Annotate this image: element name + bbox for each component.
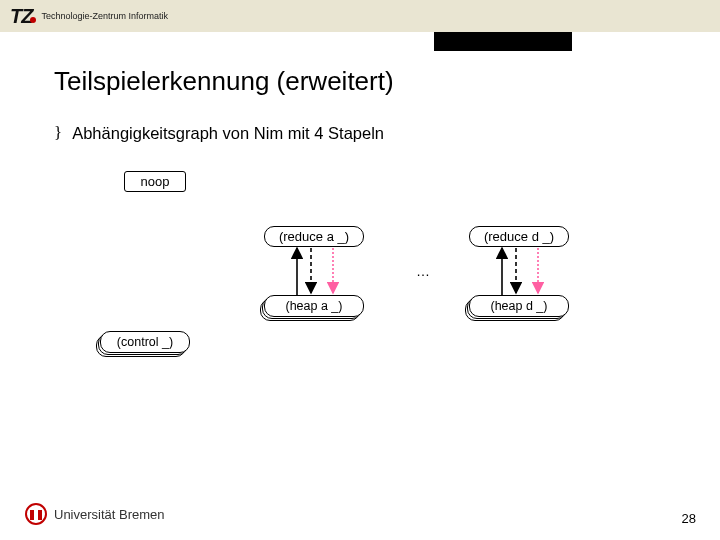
node-reduce-a: (reduce a _) [264,226,364,247]
top-bar: TZ Technologie-Zentrum Informatik [0,0,720,32]
uni-bremen-mark-icon [24,502,48,526]
node-heap-a: (heap a _) [264,295,364,317]
uni-bremen-text: Universität Bremen [54,507,165,522]
arrows-layer [94,171,654,411]
node-control-stack: (control _) [100,331,190,353]
tzi-logo: TZ Technologie-Zentrum Informatik [10,5,168,28]
node-reduce-d: (reduce d _) [469,226,569,247]
tzi-mark-text: TZ [10,5,32,27]
tzi-dot-icon [30,17,36,23]
bullet-icon: } [54,123,62,143]
tzi-subtitle: Technologie-Zentrum Informatik [41,11,168,21]
slide-title: Teilspielerkennung (erweitert) [54,66,682,97]
node-heap-d: (heap d _) [469,295,569,317]
node-heap-a-stack: (heap a _) [264,295,364,317]
bullet-line: } Abhängigkeitsgraph von Nim mit 4 Stape… [54,123,682,143]
svg-point-6 [26,504,46,524]
tzi-mark: TZ [10,5,36,28]
node-noop-label: noop [141,174,170,189]
node-reduce-d-label: (reduce d _) [484,229,554,244]
ellipsis: … [416,263,430,279]
node-heap-d-stack: (heap d _) [469,295,569,317]
page-number: 28 [682,511,696,526]
node-noop: noop [124,171,186,192]
decorative-black-block [434,32,572,51]
node-heap-d-label: (heap d _) [491,299,548,313]
node-reduce-a-label: (reduce a _) [279,229,349,244]
bullet-text: Abhängigkeitsgraph von Nim mit 4 Stapeln [72,124,384,143]
footer: Universität Bremen 28 [0,502,720,540]
node-control-label: (control _) [117,335,173,349]
svg-rect-7 [30,510,34,520]
node-heap-a-label: (heap a _) [286,299,343,313]
uni-bremen-logo: Universität Bremen [24,502,165,526]
node-control: (control _) [100,331,190,353]
svg-rect-8 [38,510,42,520]
dependency-graph: noop (reduce a _) (reduce d _) … (heap a… [94,171,654,411]
